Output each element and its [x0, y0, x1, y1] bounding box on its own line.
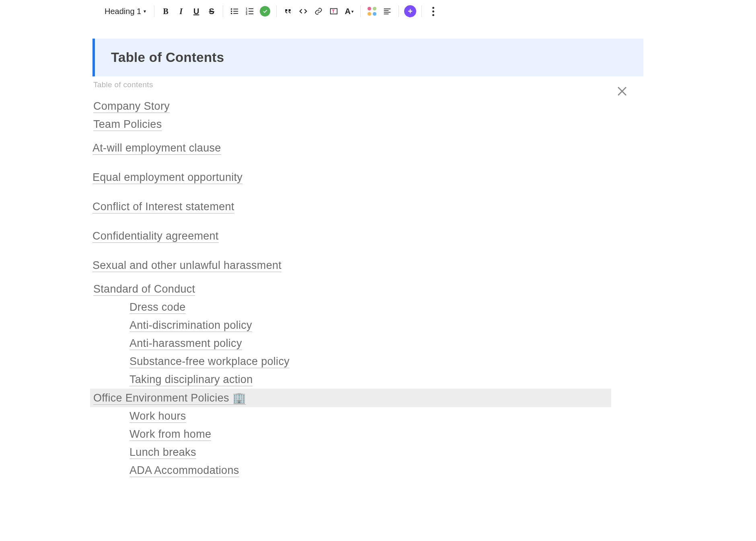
bullet-list-button[interactable]: [227, 4, 242, 18]
toc-link[interactable]: Confidentiality agreement: [92, 230, 219, 243]
toc-item: Team Policies: [92, 115, 611, 133]
toc-link[interactable]: Anti-harassment policy: [129, 337, 242, 350]
toc-item: Conflict of Interest statement: [92, 192, 611, 221]
chevron-down-icon: ▾: [351, 9, 353, 14]
toc-item: Office Environment Policies 🏢: [90, 389, 611, 407]
blockquote-button[interactable]: [281, 4, 295, 18]
link-button[interactable]: [311, 4, 326, 18]
svg-rect-1: [233, 9, 238, 10]
underline-button[interactable]: U: [189, 4, 203, 18]
heading-select[interactable]: Heading 1 ▾: [101, 7, 150, 16]
svg-rect-16: [384, 12, 391, 13]
toc-link[interactable]: Conflict of Interest statement: [92, 201, 234, 213]
toc-link[interactable]: Team Policies: [93, 118, 162, 131]
svg-text:T: T: [332, 9, 335, 14]
svg-rect-15: [384, 10, 389, 11]
toc-label: Table of contents: [93, 80, 643, 89]
toc-item: Dress code: [92, 298, 611, 316]
check-circle-icon: [260, 6, 270, 16]
color-dots-icon: [368, 7, 376, 16]
toolbar-separator: [223, 5, 223, 17]
code-button[interactable]: [296, 4, 310, 18]
more-button[interactable]: [426, 4, 440, 18]
toc-link[interactable]: Dress code: [129, 301, 186, 314]
chevron-down-icon: ▾: [144, 8, 146, 14]
banner-button[interactable]: T: [327, 4, 341, 18]
editor-toolbar: Heading 1 ▾ B I U S 123 T A▾ +: [0, 0, 756, 23]
plus-circle-icon: +: [404, 5, 416, 17]
document-content: Table of Contents Table of contents Comp…: [0, 23, 643, 480]
heading-select-label: Heading 1: [105, 7, 141, 16]
toolbar-separator: [276, 5, 277, 17]
toc-link[interactable]: Work hours: [129, 410, 186, 423]
toc-link[interactable]: Substance-free workplace policy: [129, 355, 290, 368]
svg-rect-7: [249, 8, 253, 9]
italic-button[interactable]: I: [174, 4, 188, 18]
checklist-button[interactable]: [258, 4, 272, 18]
toolbar-separator: [421, 5, 422, 17]
toc-item: Lunch breaks: [92, 443, 611, 461]
toolbar-separator: [399, 5, 399, 17]
toc-item: Work from home: [92, 425, 611, 443]
more-vertical-icon: [432, 7, 434, 16]
toc-banner[interactable]: Table of Contents: [92, 39, 643, 76]
bold-button[interactable]: B: [158, 4, 173, 18]
text-color-button[interactable]: A▾: [342, 4, 356, 18]
toc-item: Confidentiality agreement: [92, 221, 611, 251]
toc-item: Equal employment opportunity: [92, 163, 611, 192]
toc-item: Substance-free workplace policy: [92, 352, 611, 371]
strikethrough-button[interactable]: S: [204, 4, 219, 18]
toolbar-separator: [154, 5, 154, 17]
toolbar-separator: [360, 5, 361, 17]
close-button[interactable]: [615, 84, 629, 98]
toc-link[interactable]: At-will employment clause: [92, 142, 221, 155]
toc-link[interactable]: Company Story: [93, 100, 170, 113]
toc-item: Work hours: [92, 407, 611, 425]
add-button[interactable]: +: [403, 4, 417, 18]
svg-rect-14: [384, 8, 391, 9]
toc-link[interactable]: ADA Accommodations: [129, 464, 239, 477]
svg-rect-17: [384, 14, 389, 14]
toc-list: Company StoryTeam PoliciesAt-will employ…: [92, 97, 611, 480]
toc-link[interactable]: Office Environment Policies 🏢: [93, 392, 246, 405]
numbered-list-button[interactable]: 123: [242, 4, 257, 18]
svg-text:3: 3: [246, 12, 247, 16]
toc-item: At-will employment clause: [92, 133, 611, 163]
svg-point-2: [231, 10, 232, 12]
toc-item: Standard of Conduct: [92, 280, 611, 298]
svg-point-0: [231, 8, 232, 10]
svg-rect-11: [249, 14, 253, 14]
toc-banner-title: Table of Contents: [111, 50, 627, 65]
toc-item: Company Story: [92, 97, 611, 115]
toc-link[interactable]: Work from home: [129, 428, 211, 441]
highlight-color-button[interactable]: [365, 4, 379, 18]
toc-item: ADA Accommodations: [92, 461, 611, 480]
toc-link[interactable]: Lunch breaks: [129, 446, 196, 459]
svg-rect-3: [233, 11, 238, 12]
svg-point-4: [231, 13, 232, 14]
toc-item: Anti-discrimination policy: [92, 316, 611, 334]
align-button[interactable]: [380, 4, 394, 18]
svg-rect-5: [233, 13, 238, 14]
svg-rect-9: [249, 11, 253, 12]
toc-item: Anti-harassment policy: [92, 334, 611, 352]
toc-link[interactable]: Anti-discrimination policy: [129, 319, 252, 332]
toc-item: Taking disciplinary action: [92, 371, 611, 389]
close-icon: [615, 84, 629, 98]
toc-link[interactable]: Sexual and other unlawful harassment: [92, 259, 281, 272]
toc-link[interactable]: Standard of Conduct: [93, 283, 195, 296]
toc-item: Sexual and other unlawful harassment: [92, 251, 611, 280]
toc-link[interactable]: Taking disciplinary action: [129, 373, 253, 386]
toc-link[interactable]: Equal employment opportunity: [92, 171, 242, 184]
